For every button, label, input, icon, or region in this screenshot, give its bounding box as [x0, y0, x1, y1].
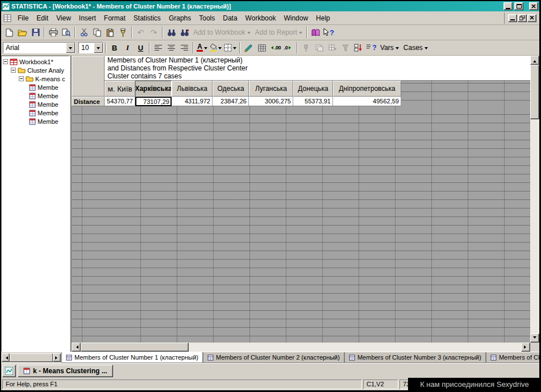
column-header-luhanska[interactable]: Луганська	[249, 81, 293, 97]
vars-button[interactable]: Vars	[378, 41, 401, 54]
increase-decimal-icon[interactable]: .00	[268, 41, 282, 54]
add-to-report-button[interactable]: Add to Report	[253, 26, 305, 39]
cell-kyiv[interactable]: 54370,77	[105, 97, 135, 106]
align-center-icon[interactable]	[165, 41, 178, 54]
menu-file[interactable]: File	[14, 12, 32, 24]
align-right-icon[interactable]	[178, 41, 191, 54]
tab-members-cluster-2[interactable]: Members of Cluster Number 2 (кластерный)	[203, 352, 344, 363]
mdi-minimize-button[interactable]	[508, 14, 517, 22]
tab-members-cluster-4[interactable]: Members of Cluster Nur	[486, 352, 539, 363]
print-preview-icon[interactable]	[60, 26, 73, 39]
scroll-down-icon[interactable]	[530, 333, 539, 343]
scroll-left-icon[interactable]	[72, 343, 81, 352]
redo-icon[interactable]: ↷	[147, 26, 160, 39]
filter-icon[interactable]	[339, 41, 352, 54]
menu-graphs[interactable]: Graphs	[165, 12, 195, 24]
advanced-find-icon[interactable]	[178, 26, 191, 39]
column-header-kyiv[interactable]: м. Київ	[105, 81, 135, 97]
menu-data[interactable]: Data	[219, 12, 241, 24]
menu-view[interactable]: View	[52, 12, 75, 24]
copy-icon[interactable]	[90, 26, 103, 39]
horizontal-scrollbar[interactable]	[72, 343, 530, 352]
tab-members-cluster-1[interactable]: Members of Cluster Number 1 (кластерный)	[61, 352, 203, 363]
column-header-dnipropetrovska[interactable]: Дніпропетровська	[333, 81, 401, 97]
cascade-windows-icon[interactable]	[313, 41, 326, 54]
menu-statistics[interactable]: Statistics	[130, 12, 165, 24]
column-header-donetska[interactable]: Донецька	[293, 81, 333, 97]
cell-odeska[interactable]: 23847,26	[213, 97, 249, 106]
minimize-button[interactable]	[503, 2, 513, 10]
tab-scroll-right-icon[interactable]	[53, 353, 61, 362]
cases-button[interactable]: Cases	[401, 41, 430, 54]
save-icon[interactable]	[29, 26, 42, 39]
spreadsheet[interactable]: Members of Cluster Number 1 (кластерный)…	[72, 56, 530, 343]
horizontal-scroll-track[interactable]	[189, 343, 521, 352]
collapse-icon[interactable]	[11, 68, 16, 73]
pin-cell-icon[interactable]	[299, 41, 313, 54]
tree-item-members-2[interactable]: Membe	[3, 91, 69, 100]
font-family-select[interactable]: Arial	[3, 42, 76, 53]
align-left-icon[interactable]	[152, 41, 165, 54]
vertical-scroll-track[interactable]	[530, 119, 539, 333]
cell-luhanska[interactable]: 3006,275	[249, 97, 293, 106]
horizontal-scroll-thumb[interactable]	[81, 343, 189, 352]
sort-icon[interactable]	[352, 41, 365, 54]
decrease-decimal-icon[interactable]: .0	[282, 41, 295, 54]
mdi-close-button[interactable]	[527, 14, 536, 22]
bold-button[interactable]: B	[108, 41, 121, 54]
close-button[interactable]	[529, 2, 538, 10]
brushing-tool-icon[interactable]	[242, 41, 255, 54]
context-help-icon[interactable]: ?	[322, 26, 335, 39]
menu-edit[interactable]: Edit	[32, 12, 52, 24]
vertical-scroll-thumb[interactable]	[530, 65, 539, 119]
undo-icon[interactable]: ↶	[134, 26, 147, 39]
mdi-restore-button[interactable]	[518, 14, 527, 22]
column-header-kharkivska[interactable]: Харківська	[135, 81, 172, 97]
cut-icon[interactable]	[77, 26, 90, 39]
cell-dnipropetrovska[interactable]: 49562,59	[333, 97, 401, 106]
cell-donetska[interactable]: 55373,91	[293, 97, 333, 106]
collapse-icon[interactable]	[3, 59, 8, 64]
tree-item-workbook[interactable]: Workbook1*	[3, 57, 69, 66]
tree-item-members-5[interactable]: Membe	[3, 117, 69, 126]
column-header-odeska[interactable]: Одеська	[213, 81, 249, 97]
tree-item-kmeans[interactable]: K-means c	[3, 74, 69, 83]
empty-grid-area[interactable]	[72, 106, 530, 343]
add-block-icon[interactable]	[326, 41, 339, 54]
analysis-manager-button[interactable]	[2, 365, 16, 377]
menu-help[interactable]: Help	[312, 12, 334, 24]
whats-this-icon[interactable]: ?	[365, 41, 378, 54]
font-family-dropdown-icon[interactable]	[66, 43, 75, 53]
tree-item-cluster-analysis[interactable]: Cluster Analy	[3, 66, 69, 74]
new-document-icon[interactable]	[3, 26, 16, 39]
open-folder-icon[interactable]	[16, 26, 29, 39]
maximize-button[interactable]	[514, 2, 523, 10]
tab-scroll-left-icon[interactable]	[2, 353, 10, 362]
menu-insert[interactable]: Insert	[75, 12, 100, 24]
tab-scroll-thumb[interactable]	[10, 353, 53, 362]
tree-item-members-1[interactable]: Membe	[3, 83, 69, 91]
italic-button[interactable]: I	[121, 41, 134, 54]
gridlines-icon[interactable]	[255, 41, 268, 54]
row-header-distance[interactable]: Distance	[72, 97, 105, 106]
menu-tools[interactable]: Tools	[195, 12, 219, 24]
font-size-select[interactable]: 10	[78, 42, 103, 53]
print-icon[interactable]	[47, 26, 60, 39]
cell-kharkivska-selected[interactable]: 73107,29	[135, 97, 172, 106]
font-color-button[interactable]: A	[195, 41, 209, 54]
font-size-dropdown-icon[interactable]	[94, 43, 103, 53]
menu-window[interactable]: Window	[280, 12, 312, 24]
vertical-scrollbar[interactable]	[530, 56, 539, 352]
add-to-workbook-button[interactable]: Add to Workbook	[191, 26, 253, 39]
underline-button[interactable]: U	[134, 41, 147, 54]
tab-members-cluster-3[interactable]: Members of Cluster Number 3 (кластерный)	[344, 352, 486, 363]
tree-item-members-4[interactable]: Membe	[3, 109, 69, 117]
scroll-right-icon[interactable]	[521, 343, 530, 352]
menu-format[interactable]: Format	[100, 12, 130, 24]
cell-lvivska[interactable]: 4311,972	[172, 97, 213, 106]
kmeans-analysis-tab[interactable]: k - Means Clustering ...	[18, 365, 113, 377]
format-painter-icon[interactable]	[116, 26, 130, 39]
paste-icon[interactable]	[103, 26, 116, 39]
corner-cell[interactable]	[72, 56, 105, 97]
collapse-icon[interactable]	[19, 76, 24, 81]
